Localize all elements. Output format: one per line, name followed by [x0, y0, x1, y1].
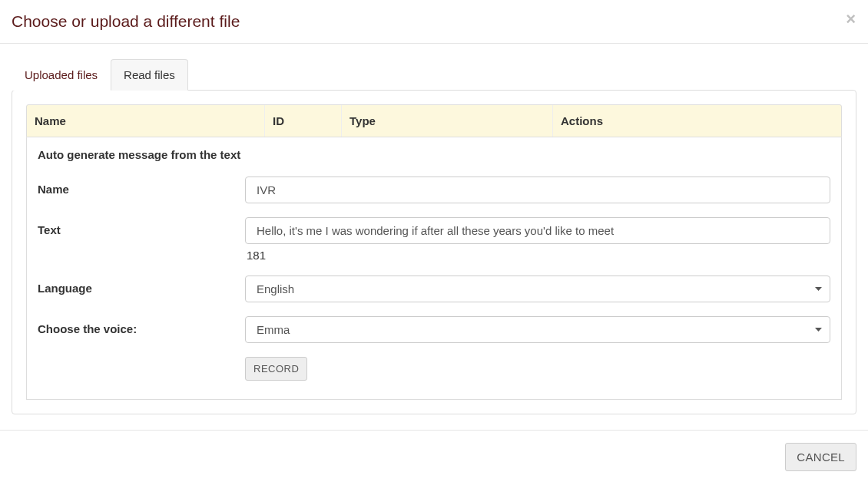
language-select[interactable]: English [245, 276, 830, 302]
form-row-name: Name [38, 177, 830, 203]
modal-footer: CANCEL [0, 430, 868, 483]
tabs: Uploaded files Read files [12, 59, 856, 91]
form-row-record: RECORD [38, 357, 830, 381]
label-name: Name [38, 177, 245, 196]
modal-content: Uploaded files Read files Name ID Type A… [0, 44, 868, 414]
label-voice: Choose the voice: [38, 316, 245, 335]
column-id: ID [265, 105, 342, 137]
form-area: Auto generate message from the text Name… [26, 137, 842, 400]
modal-header: Choose or upload a different file × [0, 0, 868, 44]
text-counter: 181 [247, 249, 830, 262]
table-header: Name ID Type Actions [26, 104, 842, 137]
name-input[interactable] [245, 177, 830, 203]
tab-uploaded-files[interactable]: Uploaded files [12, 59, 111, 91]
column-actions: Actions [553, 105, 841, 137]
tab-read-files[interactable]: Read files [111, 59, 188, 91]
cancel-button[interactable]: CANCEL [785, 443, 856, 471]
close-icon[interactable]: × [846, 11, 856, 28]
modal-title: Choose or upload a different file [12, 12, 856, 31]
record-button[interactable]: RECORD [245, 357, 307, 381]
form-row-text: Text 181 [38, 217, 830, 262]
label-language: Language [38, 276, 245, 295]
column-type: Type [342, 105, 553, 137]
text-input[interactable] [245, 217, 830, 244]
column-name: Name [27, 105, 265, 137]
form-heading: Auto generate message from the text [38, 148, 830, 161]
form-row-language: Language English [38, 276, 830, 302]
tab-panel: Name ID Type Actions Auto generate messa… [12, 90, 856, 414]
form-row-voice: Choose the voice: Emma [38, 316, 830, 343]
voice-select[interactable]: Emma [245, 316, 830, 343]
label-text: Text [38, 217, 245, 236]
